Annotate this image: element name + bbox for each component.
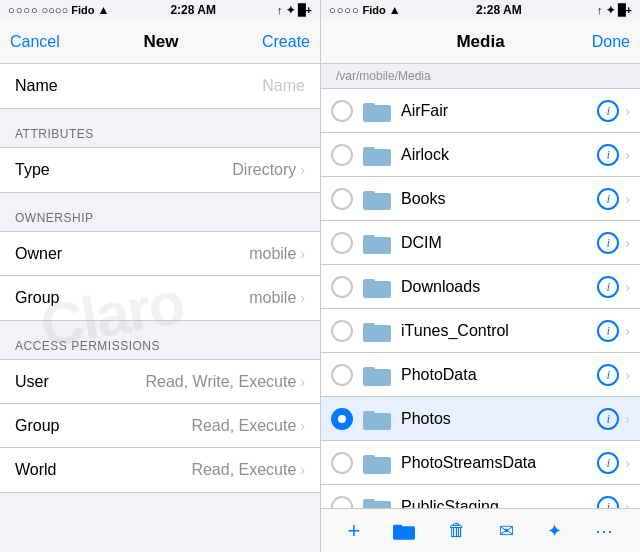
right-carrier-dots: ○○○○ <box>329 4 360 16</box>
right-nav-bar: Media Done <box>321 20 640 64</box>
svg-rect-6 <box>363 237 391 254</box>
folder-icon-downloads <box>363 276 391 298</box>
radio-airlock[interactable] <box>331 144 353 166</box>
user-perm-row[interactable]: User Read, Write, Execute › <box>0 360 320 404</box>
filename-airfair: AirFair <box>401 102 597 120</box>
file-row-publicstaging[interactable]: PublicStaging i › <box>321 485 640 508</box>
radio-photos[interactable] <box>331 408 353 430</box>
cancel-button[interactable]: Cancel <box>10 33 60 51</box>
chevron-airlock: › <box>625 147 630 163</box>
filename-books: Books <box>401 190 597 208</box>
info-btn-books[interactable]: i <box>597 188 619 210</box>
folder-icon-photos <box>363 408 391 430</box>
chevron-dcim: › <box>625 235 630 251</box>
info-btn-photos[interactable]: i <box>597 408 619 430</box>
type-row[interactable]: Type Directory › <box>0 148 320 192</box>
info-btn-airfair[interactable]: i <box>597 100 619 122</box>
owner-label: Owner <box>15 245 62 263</box>
owner-chevron: › <box>300 246 305 262</box>
file-row-photostreams[interactable]: PhotoStreamsData i › <box>321 441 640 485</box>
svg-rect-16 <box>363 457 391 474</box>
radio-itunes[interactable] <box>331 320 353 342</box>
file-row-photos[interactable]: Photos i › <box>321 397 640 441</box>
radio-dcim[interactable] <box>331 232 353 254</box>
radio-airfair[interactable] <box>331 100 353 122</box>
right-panel: ○○○○ Fido ▲ 2:28 AM ↑ ✦ ▉+ Media Done /v… <box>320 0 640 552</box>
mail-button[interactable]: ✉ <box>491 515 522 547</box>
owner-row[interactable]: Owner mobile › <box>0 232 320 276</box>
info-btn-downloads[interactable]: i <box>597 276 619 298</box>
type-value: Directory › <box>232 161 305 179</box>
done-button[interactable]: Done <box>592 33 630 51</box>
world-perm-label: World <box>15 461 57 479</box>
right-status-time: 2:28 AM <box>476 3 522 17</box>
info-btn-itunes[interactable]: i <box>597 320 619 342</box>
filename-airlock: Airlock <box>401 146 597 164</box>
left-status-time: 2:28 AM <box>170 3 216 17</box>
group-perm-row[interactable]: Group Read, Execute › <box>0 404 320 448</box>
add-button[interactable]: + <box>340 513 369 549</box>
svg-rect-0 <box>363 105 391 122</box>
folder-icon-photostreams <box>363 452 391 474</box>
svg-rect-22 <box>393 526 415 539</box>
folder-icon-publicstaging <box>363 496 391 509</box>
bottom-toolbar: + 🗑 ✉ ✦ ⋯ <box>321 508 640 552</box>
ownership-header: OWNERSHIP <box>0 193 320 231</box>
create-button[interactable]: Create <box>262 33 310 51</box>
access-section: User Read, Write, Execute › Group Read, … <box>0 359 320 493</box>
svg-rect-17 <box>363 455 375 459</box>
chevron-itunes: › <box>625 323 630 339</box>
chevron-airfair: › <box>625 103 630 119</box>
right-battery-icon: ▉+ <box>618 4 632 17</box>
right-wifi-icon: ▲ <box>389 3 401 17</box>
svg-rect-4 <box>363 193 391 210</box>
user-perm-value: Read, Write, Execute › <box>145 373 305 391</box>
svg-rect-7 <box>363 235 375 239</box>
info-btn-photostreams[interactable]: i <box>597 452 619 474</box>
group-perm-label: Group <box>15 417 59 435</box>
right-bt-icon: ✦ <box>606 4 615 17</box>
file-row-dcim[interactable]: DCIM i › <box>321 221 640 265</box>
info-btn-photodata[interactable]: i <box>597 364 619 386</box>
left-form-content: Name ATTRIBUTES Type Directory › OWNERSH… <box>0 64 320 552</box>
path-bar: /var/mobile/Media <box>321 64 640 89</box>
file-row-books[interactable]: Books i › <box>321 177 640 221</box>
file-row-airfair[interactable]: AirFair i › <box>321 89 640 133</box>
filename-dcim: DCIM <box>401 234 597 252</box>
right-status-bar: ○○○○ Fido ▲ 2:28 AM ↑ ✦ ▉+ <box>321 0 640 20</box>
left-status-right: ↑ ✦ ▉+ <box>277 4 312 17</box>
file-row-photodata[interactable]: PhotoData i › <box>321 353 640 397</box>
left-wifi-icon: ▲ <box>97 3 109 17</box>
owner-value: mobile › <box>249 245 305 263</box>
info-btn-airlock[interactable]: i <box>597 144 619 166</box>
name-row[interactable]: Name <box>0 64 320 108</box>
folder-icon-airfair <box>363 100 391 122</box>
left-nav-title: New <box>143 32 178 52</box>
radio-photodata[interactable] <box>331 364 353 386</box>
group-ownership-value: mobile › <box>249 289 305 307</box>
type-chevron: › <box>300 162 305 178</box>
info-btn-dcim[interactable]: i <box>597 232 619 254</box>
chevron-photos: › <box>625 411 630 427</box>
radio-books[interactable] <box>331 188 353 210</box>
name-label: Name <box>15 77 58 95</box>
radio-publicstaging[interactable] <box>331 496 353 509</box>
filename-photos: Photos <box>401 410 597 428</box>
file-row-airlock[interactable]: Airlock i › <box>321 133 640 177</box>
name-input[interactable] <box>58 77 305 95</box>
bluetooth-button[interactable]: ✦ <box>539 515 570 547</box>
file-row-itunes[interactable]: iTunes_Control i › <box>321 309 640 353</box>
type-label: Type <box>15 161 50 179</box>
more-button[interactable]: ⋯ <box>587 515 621 547</box>
delete-button[interactable]: 🗑 <box>440 515 474 546</box>
right-location-icon: ↑ <box>597 4 603 16</box>
svg-rect-23 <box>393 524 402 527</box>
svg-rect-11 <box>363 323 375 327</box>
folder-button[interactable] <box>385 517 423 545</box>
radio-downloads[interactable] <box>331 276 353 298</box>
info-btn-publicstaging[interactable]: i <box>597 496 619 509</box>
file-row-downloads[interactable]: Downloads i › <box>321 265 640 309</box>
radio-photostreams[interactable] <box>331 452 353 474</box>
group-ownership-row[interactable]: Group mobile › <box>0 276 320 320</box>
world-perm-row[interactable]: World Read, Execute › <box>0 448 320 492</box>
